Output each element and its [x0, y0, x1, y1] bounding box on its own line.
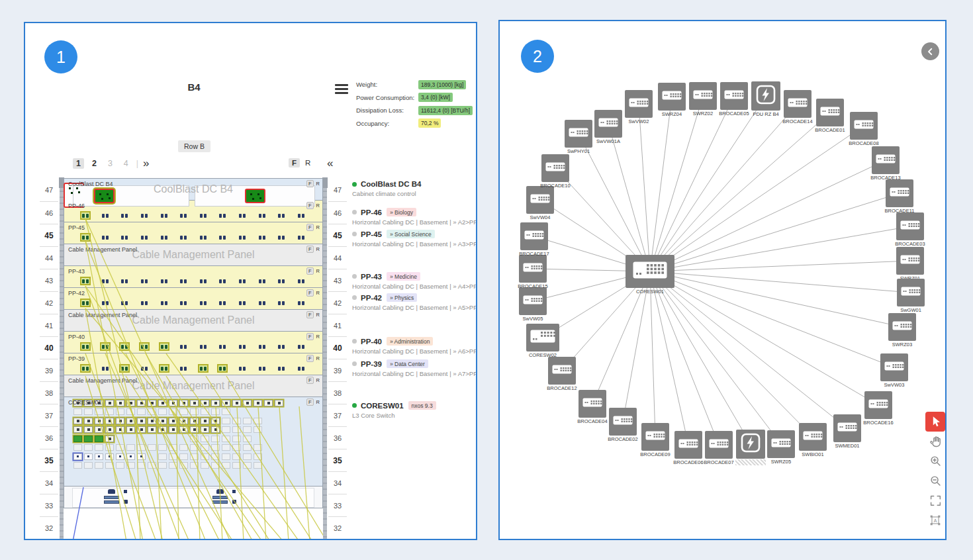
switch-port[interactable] — [232, 426, 241, 433]
switch-port[interactable] — [243, 400, 252, 406]
switch-port[interactable] — [84, 462, 93, 469]
switch-port[interactable] — [211, 444, 220, 451]
device-list-item-pp-40[interactable]: PP-40» Administration Horizontal Cabling… — [352, 337, 477, 355]
patch-port[interactable] — [258, 278, 266, 284]
switch-port[interactable] — [137, 462, 146, 469]
topology-node-swgw01[interactable]: SwGW01 — [881, 279, 941, 313]
switch-port[interactable] — [190, 400, 199, 406]
patch-port[interactable] — [101, 365, 109, 371]
patch-port[interactable] — [277, 365, 285, 371]
switch-port[interactable] — [158, 418, 167, 424]
page-3[interactable]: 3 — [105, 158, 116, 169]
switch-port[interactable] — [179, 418, 188, 424]
topology-node-swvw03[interactable]: SwVW03 — [864, 353, 924, 388]
switch-port[interactable] — [73, 453, 82, 460]
switch-port[interactable] — [84, 444, 93, 451]
row-face-buttons[interactable]: F R — [306, 289, 320, 297]
switch-port[interactable] — [169, 408, 177, 415]
patch-port[interactable] — [81, 212, 89, 218]
switch-port[interactable] — [116, 408, 124, 415]
patch-port[interactable] — [120, 234, 128, 240]
switch-port[interactable] — [179, 462, 188, 469]
switch-port[interactable] — [137, 453, 146, 460]
patch-port[interactable] — [179, 278, 187, 284]
patch-port[interactable] — [199, 344, 207, 350]
device-list-item-coolblast-dc-b4[interactable]: CoolBlast DC B4 Cabinet climate control — [352, 180, 477, 197]
switch-port[interactable] — [158, 400, 167, 406]
row-face-buttons[interactable]: F R — [306, 246, 320, 253]
patch-port[interactable] — [81, 344, 89, 350]
menu-icon[interactable] — [335, 84, 348, 96]
switch-port[interactable] — [264, 400, 273, 406]
switch-port[interactable] — [243, 453, 252, 460]
topology-node-brocade10[interactable]: BROCADE10 — [526, 154, 585, 189]
switch-port[interactable] — [95, 436, 103, 442]
switch-port[interactable] — [137, 426, 146, 433]
patch-port[interactable] — [101, 234, 109, 240]
switch-port[interactable] — [243, 436, 252, 442]
switch-port[interactable] — [105, 453, 114, 460]
patch-port[interactable] — [101, 344, 109, 350]
switch-port[interactable] — [116, 453, 124, 460]
switch-port[interactable] — [201, 408, 209, 415]
switch-port[interactable] — [232, 418, 241, 424]
switch-port[interactable] — [84, 426, 93, 433]
switch-port[interactable] — [105, 444, 114, 451]
switch-port[interactable] — [126, 462, 135, 469]
switch-port[interactable] — [179, 444, 188, 451]
switch-port[interactable] — [201, 426, 209, 433]
switch-port[interactable] — [201, 418, 209, 424]
switch-port[interactable] — [137, 418, 146, 424]
switch-port[interactable] — [254, 444, 262, 451]
switch-port[interactable] — [105, 436, 114, 442]
switch-port[interactable] — [137, 408, 146, 415]
fullscreen-button[interactable] — [925, 491, 945, 511]
patch-port[interactable] — [120, 300, 128, 306]
patch-port[interactable] — [120, 278, 128, 284]
zoom-out-button[interactable] — [925, 471, 945, 491]
patch-port[interactable] — [277, 234, 285, 240]
row-face-buttons[interactable]: F R — [306, 333, 320, 340]
switch-port[interactable] — [201, 444, 209, 451]
switch-port[interactable] — [222, 400, 230, 406]
patch-port[interactable] — [238, 300, 246, 306]
collapse-icon[interactable]: « — [327, 157, 333, 170]
patch-port[interactable] — [81, 234, 89, 240]
topology-node-brocade04[interactable]: BROCADE04 — [563, 390, 622, 424]
switch-port[interactable] — [169, 418, 177, 424]
patch-port[interactable] — [277, 344, 285, 350]
switch-port[interactable] — [222, 436, 230, 442]
rack-row-coresw01[interactable]: CORESW01 F R — [64, 397, 323, 487]
switch-port[interactable] — [169, 462, 177, 469]
patch-port[interactable] — [297, 300, 305, 306]
rack-row-cable-management-panel[interactable]: Cable Management Panel Cable Management … — [64, 244, 323, 266]
patch-port[interactable] — [81, 365, 89, 371]
switch-port[interactable] — [158, 444, 167, 451]
switch-port[interactable] — [232, 444, 241, 451]
device-list-item-coresw01[interactable]: CORESW01nxos 9.3 L3 Core Switch — [352, 401, 477, 419]
topology-node-brocade15[interactable]: BROCADE15 — [503, 255, 563, 289]
switch-port[interactable] — [105, 400, 114, 406]
switch-port[interactable] — [95, 426, 103, 433]
switch-port[interactable] — [169, 444, 177, 451]
row-face-buttons[interactable]: F R — [306, 180, 320, 187]
patch-port[interactable] — [238, 278, 246, 284]
switch-port[interactable] — [126, 400, 135, 406]
row-face-buttons[interactable]: F R — [306, 355, 320, 362]
switch-port[interactable] — [222, 444, 230, 451]
switch-port[interactable] — [105, 462, 114, 469]
switch-port[interactable] — [148, 444, 156, 451]
patch-port[interactable] — [258, 234, 266, 240]
switch-port[interactable] — [179, 426, 188, 433]
switch-port[interactable] — [116, 418, 124, 424]
switch-port[interactable] — [148, 426, 156, 433]
switch-port[interactable] — [222, 408, 230, 415]
rack-row-pp-45[interactable]: PP-45 F R — [64, 222, 323, 244]
switch-port[interactable] — [84, 453, 93, 460]
switch-port[interactable] — [201, 453, 209, 460]
rack-row-cable-management-panel[interactable]: Cable Management Panel Cable Management … — [64, 309, 323, 332]
switch-port[interactable] — [211, 400, 220, 406]
switch-port[interactable] — [84, 436, 93, 442]
switch-port[interactable] — [190, 418, 199, 424]
patch-port[interactable] — [218, 212, 226, 218]
